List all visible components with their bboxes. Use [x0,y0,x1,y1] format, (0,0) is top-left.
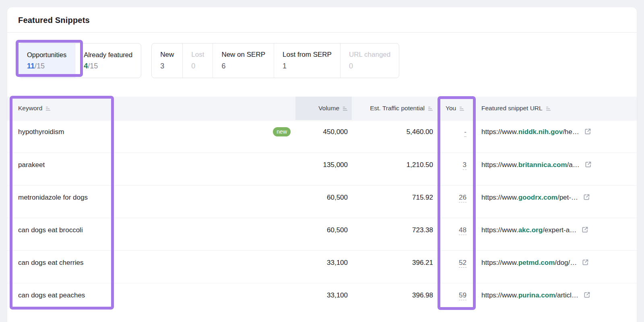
new-badge: new [273,127,291,136]
filter-count: 6 [221,62,265,70]
filter-label: New [160,51,174,59]
you-position-cell: 52 [437,251,477,283]
filter-count: 0 [191,62,204,70]
snippet-url-link[interactable]: https://www.purina.com/articl… [481,291,578,299]
you-position-cell: 59 [437,283,477,316]
external-link-icon[interactable] [584,291,590,300]
snippet-url-link[interactable]: https://www.goodrx.com/pet-… [481,193,578,202]
filter-count: 1 [283,62,332,70]
est-traffic-potential-cell: 396.21 [352,251,437,283]
tab-already-featured-label: Already featured [84,51,132,59]
column-header-you[interactable]: You [437,97,477,120]
external-link-icon[interactable] [584,128,591,137]
table-row: can dogs eat peaches 33,100 396.98 59 ht… [7,283,637,316]
table-header: Keyword Volume Est. Traffic potential Yo… [7,97,637,120]
tab-already-featured-value: 4/15 [84,62,132,70]
est-traffic-potential-cell: 715.92 [352,186,437,218]
table-row: hypothyroidism new 450,000 5,460.00 - ht… [7,120,637,153]
tab-opportunities[interactable]: Opportunities 11/15 [19,43,75,78]
volume-cell: 60,500 [295,218,352,250]
keyword-link[interactable]: can dogs eat broccoli [18,226,83,234]
snippets-table: Keyword Volume Est. Traffic potential Yo… [7,97,637,316]
est-traffic-potential-cell: 5,460.00 [352,120,437,153]
sort-icon [546,106,551,111]
keyword-link[interactable]: parakeet [18,161,45,169]
tab-opportunities-label: Opportunities [27,51,66,59]
you-position-link[interactable]: 3 [463,161,466,170]
snippet-url-link[interactable]: https://www.petmd.com/dog/… [481,258,577,267]
sort-icon [343,106,348,111]
snippet-url-link[interactable]: https://www.britannica.com/a… [481,161,580,169]
change-filter-group: New3Lost0New on SERP6Lost from SERP1URL … [151,43,399,78]
external-link-icon[interactable] [582,226,588,235]
volume-cell: 135,000 [295,153,352,185]
you-position-link[interactable]: - [464,128,466,137]
you-position-cell: 26 [437,186,477,218]
featured-snippet-url-cell: https://www.petmd.com/dog/… [477,251,637,283]
filter-lost[interactable]: Lost0 [182,43,213,78]
filter-count: 0 [349,62,390,70]
external-link-icon[interactable] [585,161,592,170]
tab-already-featured[interactable]: Already featured 4/15 [75,43,141,78]
keyword-cell: metronidazole for dogs [7,186,295,218]
keyword-cell: can dogs eat cherries [7,251,295,283]
snippet-url-link[interactable]: https://www.niddk.nih.gov/he… [481,128,579,136]
sort-icon [45,106,51,111]
keyword-link[interactable]: metronidazole for dogs [18,193,88,202]
external-link-icon[interactable] [583,194,590,202]
table-body: hypothyroidism new 450,000 5,460.00 - ht… [7,120,637,316]
est-traffic-potential-cell: 396.98 [352,283,437,316]
you-position-cell: 3 [437,153,477,185]
you-position-cell: 48 [437,218,477,250]
snippet-url-link[interactable]: https://www.akc.org/expert-a… [481,226,576,234]
table-row: metronidazole for dogs 60,500 715.92 26 … [7,185,637,218]
table-row: parakeet 135,000 1,210.50 3 https://www.… [7,153,637,185]
featured-snippet-url-cell: https://www.purina.com/articl… [477,283,637,316]
featured-snippet-url-cell: https://www.akc.org/expert-a… [477,218,637,250]
filter-label: New on SERP [221,51,265,59]
you-position-link[interactable]: 52 [459,259,466,268]
sort-icon [459,106,464,111]
filter-new-on-serp[interactable]: New on SERP6 [213,43,274,78]
you-position-link[interactable]: 26 [459,194,466,202]
column-header-est-traffic-potential[interactable]: Est. Traffic potential [352,97,437,120]
keyword-cell: can dogs eat broccoli [7,218,295,250]
volume-cell: 33,100 [295,283,352,316]
volume-cell: 60,500 [295,186,352,218]
filter-label: Lost from SERP [283,51,332,59]
est-traffic-potential-cell: 1,210.50 [352,153,437,185]
filter-lost-from-serp[interactable]: Lost from SERP1 [274,43,340,78]
table-row: can dogs eat cherries 33,100 396.21 52 h… [7,250,637,283]
filter-label: URL changed [349,51,390,59]
featured-snippet-url-cell: https://www.goodrx.com/pet-… [477,186,637,218]
filter-count: 3 [160,62,174,70]
table-row: can dogs eat broccoli 60,500 723.38 48 h… [7,218,637,250]
keyword-link[interactable]: can dogs eat peaches [18,291,85,299]
snippet-type-tabs: Opportunities 11/15 Already featured 4/1… [18,43,141,78]
keyword-cell: hypothyroidism new [7,120,295,153]
column-header-volume[interactable]: Volume [295,97,352,120]
keyword-cell: can dogs eat peaches [7,283,295,316]
keyword-cell: parakeet [7,153,295,185]
filter-url-changed[interactable]: URL changed0 [340,43,399,78]
tab-opportunities-value: 11/15 [27,62,66,70]
external-link-icon[interactable] [582,259,589,268]
keyword-link[interactable]: hypothyroidism [18,128,64,136]
card-header: Featured Snippets [7,7,637,33]
featured-snippet-url-cell: https://www.britannica.com/a… [477,153,637,185]
controls-row: Opportunities 11/15 Already featured 4/1… [18,43,626,78]
est-traffic-potential-cell: 723.38 [352,218,437,250]
filter-new[interactable]: New3 [152,43,182,78]
volume-cell: 33,100 [295,251,352,283]
keyword-link[interactable]: can dogs eat cherries [18,258,84,267]
you-position-cell: - [437,120,477,153]
filter-label: Lost [191,51,204,59]
featured-snippet-url-cell: https://www.niddk.nih.gov/he… [477,120,637,153]
you-position-link[interactable]: 59 [459,291,466,300]
volume-cell: 450,000 [295,120,352,153]
column-header-keyword[interactable]: Keyword [7,97,295,120]
you-position-link[interactable]: 48 [459,226,466,235]
featured-snippets-card: Featured Snippets Opportunities 11/15 Al… [7,7,637,322]
column-header-featured-snippet-url[interactable]: Featured snippet URL [477,97,637,120]
sort-icon [428,106,433,111]
